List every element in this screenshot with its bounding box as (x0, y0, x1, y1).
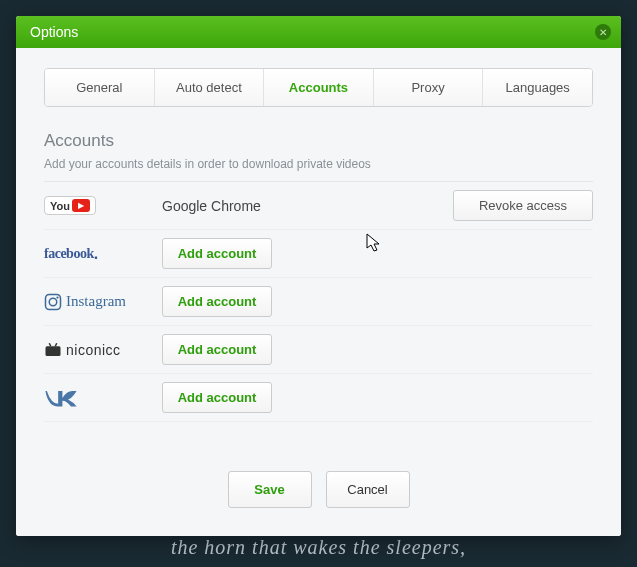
svg-line-4 (49, 343, 51, 346)
cancel-button[interactable]: Cancel (326, 471, 410, 508)
niconico-icon: niconicc (44, 342, 162, 358)
dialog-title: Options (30, 24, 78, 40)
account-row-facebook: facebook. Add account (44, 230, 593, 278)
add-account-instagram-button[interactable]: Add account (162, 286, 272, 317)
tab-auto-detect[interactable]: Auto detect (155, 69, 265, 106)
youtube-icon: You▶ (44, 196, 162, 215)
dialog-content: General Auto detect Accounts Proxy Langu… (16, 48, 621, 536)
dialog-footer: Save Cancel (44, 447, 593, 536)
add-account-vk-button[interactable]: Add account (162, 382, 272, 413)
svg-rect-3 (46, 346, 61, 356)
tab-proxy[interactable]: Proxy (374, 69, 484, 106)
revoke-access-button[interactable]: Revoke access (453, 190, 593, 221)
options-dialog: Options ✕ General Auto detect Accounts P… (16, 16, 621, 536)
vk-icon (44, 388, 162, 408)
close-icon: ✕ (599, 27, 607, 38)
tab-languages[interactable]: Languages (483, 69, 592, 106)
svg-point-1 (49, 298, 57, 306)
section-heading: Accounts (44, 131, 593, 151)
svg-point-2 (56, 296, 58, 298)
account-row-youtube: You▶ Google Chrome Revoke access (44, 182, 593, 230)
background-caption: the horn that wakes the sleepers, (0, 536, 637, 559)
close-button[interactable]: ✕ (595, 24, 611, 40)
tab-accounts[interactable]: Accounts (264, 69, 374, 106)
add-account-niconico-button[interactable]: Add account (162, 334, 272, 365)
facebook-icon: facebook. (44, 245, 162, 263)
section-description: Add your accounts details in order to do… (44, 157, 593, 182)
svg-line-5 (55, 343, 57, 346)
add-account-facebook-button[interactable]: Add account (162, 238, 272, 269)
save-button[interactable]: Save (228, 471, 312, 508)
account-row-instagram: Instagram Add account (44, 278, 593, 326)
account-row-vk: Add account (44, 374, 593, 422)
instagram-icon: Instagram (44, 293, 162, 311)
titlebar: Options ✕ (16, 16, 621, 48)
account-row-niconico: niconicc Add account (44, 326, 593, 374)
tab-general[interactable]: General (45, 69, 155, 106)
youtube-status: Google Chrome (162, 198, 453, 214)
tabs: General Auto detect Accounts Proxy Langu… (44, 68, 593, 107)
